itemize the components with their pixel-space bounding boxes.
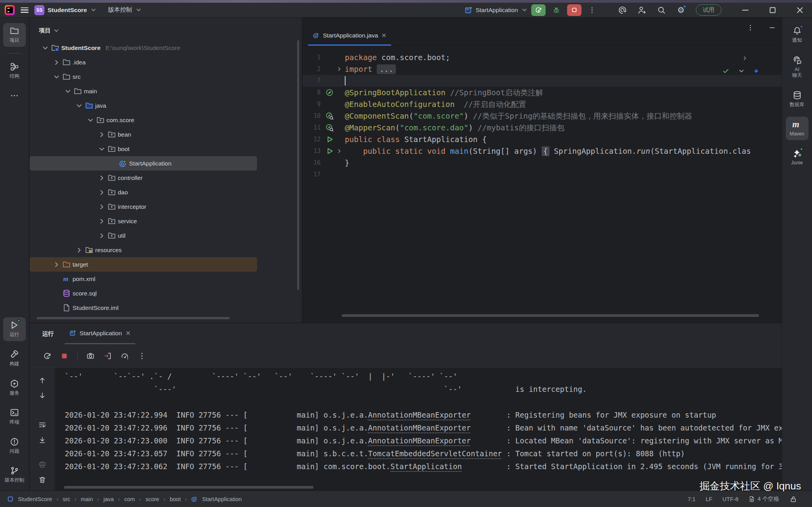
chevron-down-icon[interactable] <box>738 68 745 75</box>
tree-item-dao[interactable]: dao <box>30 185 302 199</box>
hide-editor-icon[interactable] <box>768 24 776 32</box>
tree-expand-icon[interactable] <box>98 217 106 225</box>
stripe-item-服务[interactable]: 服务 <box>3 376 26 400</box>
stop-icon[interactable] <box>60 352 69 360</box>
stripe-item-AI-聊天[interactable]: AI 聊天 <box>786 52 808 82</box>
tree-item-resources[interactable]: resources <box>30 243 302 257</box>
editor-tab-startapplication[interactable]: StartApplication.java <box>308 26 391 46</box>
tree-expand-icon[interactable] <box>98 174 106 182</box>
minimize-icon[interactable] <box>740 5 750 15</box>
tree-expand-icon[interactable] <box>53 59 60 66</box>
tree-expand-icon[interactable] <box>53 261 60 269</box>
project-tree[interactable]: StudentScoreE:\sunqi\work\StudentScore.i… <box>30 38 302 315</box>
tree-item-score.sql[interactable]: score.sql <box>30 286 302 301</box>
tree-item-com.score[interactable]: com.score <box>30 113 302 127</box>
tree-item-boot[interactable]: boot <box>30 142 302 156</box>
file-encoding[interactable]: UTF-8 <box>722 496 738 502</box>
bean-search-gutter-icon[interactable] <box>324 112 335 120</box>
tree-collapse-icon[interactable] <box>87 116 94 124</box>
tree-item-StartApplication[interactable]: StartApplication <box>30 156 257 171</box>
vcs-widget[interactable]: 版本控制 <box>108 6 142 14</box>
add-user-icon[interactable] <box>637 5 647 15</box>
project-tree-vertical-scrollbar[interactable] <box>297 40 299 290</box>
fold-icon[interactable] <box>335 148 343 154</box>
breadcrumb-item-score[interactable]: score <box>145 496 159 502</box>
editor-horizontal-scrollbar[interactable] <box>342 314 759 317</box>
run-tri-gutter-icon[interactable] <box>324 135 335 143</box>
clear-icon[interactable] <box>38 476 46 484</box>
tree-collapse-icon[interactable] <box>41 44 49 52</box>
tree-item-bean[interactable]: bean <box>30 127 302 142</box>
stripe-item-通知[interactable]: 通知 <box>786 23 808 47</box>
breadcrumb-item-main[interactable]: main <box>81 496 93 502</box>
tree-collapse-icon[interactable] <box>75 102 83 110</box>
run-configuration-selector[interactable]: StartApplication <box>465 6 528 14</box>
breadcrumb-item-boot[interactable]: boot <box>170 496 181 502</box>
bean-gutter-icon[interactable] <box>324 89 335 96</box>
line-ending[interactable]: LF <box>706 496 712 502</box>
maximize-icon[interactable] <box>768 5 778 15</box>
tree-item-util[interactable]: util <box>30 228 302 243</box>
trial-badge[interactable]: 试用 <box>696 4 722 16</box>
close-icon[interactable] <box>795 5 805 15</box>
breadcrumb-item-src[interactable]: src <box>63 496 70 502</box>
camera-icon[interactable] <box>86 352 95 360</box>
search-icon[interactable] <box>657 5 666 15</box>
project-widget[interactable]: SS StudentScore <box>34 5 97 15</box>
stripe-item-运行[interactable]: 运行 <box>3 317 26 341</box>
stripe-item-项目[interactable]: 项目 <box>3 23 26 47</box>
scroll-end-icon[interactable] <box>38 436 46 444</box>
tree-item-StudentScore.iml[interactable]: StudentScore.iml <box>30 301 302 315</box>
more-actions-icon[interactable] <box>138 352 146 360</box>
tree-expand-icon[interactable] <box>75 246 83 254</box>
gauge-icon[interactable] <box>121 352 129 360</box>
tree-expand-icon[interactable] <box>98 131 106 139</box>
stop-button[interactable] <box>567 4 582 16</box>
code-editor[interactable]: 1package com.score.boot;2import ...78@Sp… <box>303 46 782 180</box>
stripe-item-Maven[interactable]: mMaven <box>786 117 808 141</box>
bean-search-gutter-icon[interactable] <box>324 124 335 132</box>
debug-button[interactable] <box>549 4 564 16</box>
tree-item-interceptor[interactable]: interceptor <box>30 199 302 214</box>
stripe-item-版本控制[interactable]: 版本控制 <box>3 463 26 487</box>
main-menu-icon[interactable] <box>21 7 28 13</box>
tree-item-src[interactable]: src <box>30 69 302 84</box>
expand-panel-icon[interactable] <box>742 55 748 61</box>
tree-expand-icon[interactable] <box>98 203 106 211</box>
console-class-link[interactable]: AnnotationMBeanExporter <box>368 436 471 445</box>
console-class-link[interactable]: StartApplication <box>390 462 462 471</box>
tree-item-target[interactable]: target <box>30 257 257 272</box>
caret-position[interactable]: 7:1 <box>688 496 695 502</box>
fold-icon[interactable] <box>335 66 343 72</box>
stripe-item-数据库[interactable]: 数据库 <box>786 87 808 111</box>
editor-options-icon[interactable] <box>746 24 754 32</box>
tree-collapse-icon[interactable] <box>98 145 106 153</box>
rerun-button[interactable] <box>531 4 546 16</box>
more-actions-icon[interactable] <box>588 6 596 14</box>
console-class-link[interactable]: TomcatEmbeddedServletContainer <box>368 449 502 458</box>
softwrap-icon[interactable] <box>38 421 46 429</box>
indent-setting[interactable]: 4 个空格 <box>748 495 779 503</box>
close-tab-icon[interactable] <box>381 33 386 38</box>
breadcrumb-item-java[interactable]: java <box>103 496 114 502</box>
project-panel-header[interactable]: 项目 <box>30 18 302 38</box>
rerun-icon[interactable] <box>43 352 51 360</box>
tree-collapse-icon[interactable] <box>53 73 60 81</box>
run-tab-startapplication[interactable]: StartApplication <box>65 323 135 344</box>
stripe-item-终端[interactable]: 终端 <box>3 405 26 429</box>
tree-item-pom.xml[interactable]: mpom.xml <box>30 272 302 286</box>
ai-spark-icon[interactable] <box>753 68 759 74</box>
project-tree-horizontal-scrollbar[interactable] <box>37 317 230 319</box>
inspections-ok-icon[interactable] <box>722 68 729 75</box>
stripe-item-结构[interactable]: 结构 <box>3 59 26 83</box>
stripe-item-问题[interactable]: 问题 <box>3 434 26 458</box>
prev-occurrence-icon[interactable] <box>38 376 46 384</box>
stripe-item-构建[interactable]: 构建 <box>3 347 26 370</box>
ai-assistant-icon[interactable] <box>618 5 627 15</box>
tree-item-java[interactable]: java <box>30 98 302 113</box>
next-occurrence-icon[interactable] <box>38 391 46 400</box>
breadcrumb-item-com[interactable]: com <box>124 496 135 502</box>
stripe-item-more[interactable] <box>3 88 26 105</box>
stripe-item-Junie[interactable]: Junie <box>786 146 808 169</box>
console-horizontal-scrollbar[interactable] <box>64 486 314 489</box>
